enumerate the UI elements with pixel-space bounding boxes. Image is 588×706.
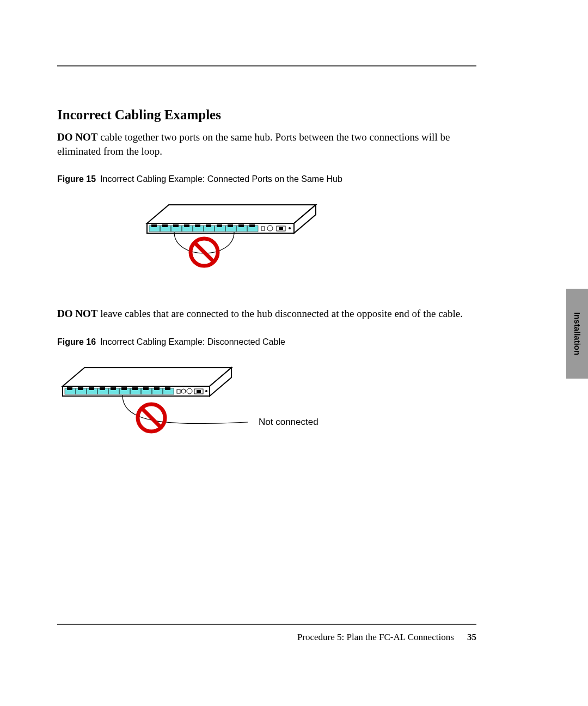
paragraph-2: DO NOT leave cables that are connected t…	[57, 307, 476, 321]
svg-rect-44	[78, 387, 83, 390]
figure-16-label: Figure 16	[57, 337, 96, 346]
svg-rect-50	[143, 387, 149, 390]
svg-rect-18	[206, 224, 211, 227]
section-tab: Installation	[566, 289, 588, 379]
figure-15-label: Figure 15	[57, 174, 96, 184]
svg-rect-26	[279, 227, 283, 230]
svg-rect-13	[151, 224, 157, 227]
figure-16: Not connected	[57, 363, 476, 445]
svg-rect-19	[217, 224, 222, 227]
paragraph-1-rest: cable together two ports on the same hub…	[57, 131, 450, 157]
figure-16-text: Incorrect Cabling Example: Disconnected …	[100, 337, 285, 346]
svg-marker-0	[147, 205, 316, 223]
top-rule	[57, 65, 476, 66]
svg-rect-48	[121, 387, 127, 390]
footer-page-number: 35	[467, 632, 476, 642]
svg-rect-14	[162, 224, 168, 227]
svg-rect-15	[173, 224, 179, 227]
footer-text: Procedure 5: Plan the FC-AL Connections	[297, 632, 454, 642]
page-content: Incorrect Cabling Examples DO NOT cable …	[57, 65, 476, 475]
svg-rect-51	[154, 387, 160, 390]
svg-rect-43	[67, 387, 72, 390]
svg-rect-22	[249, 224, 255, 227]
svg-rect-21	[238, 224, 244, 227]
figure-16-caption: Figure 16Incorrect Cabling Example: Disc…	[57, 337, 476, 347]
section-heading: Incorrect Cabling Examples	[57, 107, 476, 123]
svg-rect-16	[184, 224, 189, 227]
svg-rect-47	[111, 387, 116, 390]
svg-line-60	[142, 409, 161, 427]
svg-point-27	[289, 227, 291, 229]
figure-16-annotation: Not connected	[259, 417, 318, 427]
paragraph-1: DO NOT cable together two ports on the s…	[57, 130, 476, 158]
svg-marker-30	[63, 368, 231, 386]
paragraph-1-lead: DO NOT	[57, 131, 97, 143]
svg-rect-45	[89, 387, 94, 390]
prohibition-icon	[138, 404, 165, 431]
figure-15	[57, 200, 476, 277]
svg-line-29	[195, 243, 213, 261]
svg-point-58	[205, 390, 207, 392]
paragraph-2-rest: leave cables that are connected to the h…	[97, 308, 463, 319]
svg-rect-57	[197, 390, 201, 393]
svg-rect-46	[100, 387, 105, 390]
page-footer: Procedure 5: Plan the FC-AL Connections …	[57, 632, 476, 643]
figure-16-svg: Not connected	[57, 363, 362, 445]
bottom-rule	[57, 624, 476, 625]
svg-rect-52	[165, 387, 170, 390]
figure-15-text: Incorrect Cabling Example: Connected Por…	[100, 174, 342, 184]
svg-rect-20	[228, 224, 233, 227]
figure-15-svg	[142, 200, 327, 277]
svg-rect-49	[132, 387, 138, 390]
section-tab-label: Installation	[573, 312, 582, 355]
figure-15-caption: Figure 15Incorrect Cabling Example: Conn…	[57, 174, 476, 184]
svg-rect-17	[195, 224, 200, 227]
paragraph-2-lead: DO NOT	[57, 308, 97, 319]
